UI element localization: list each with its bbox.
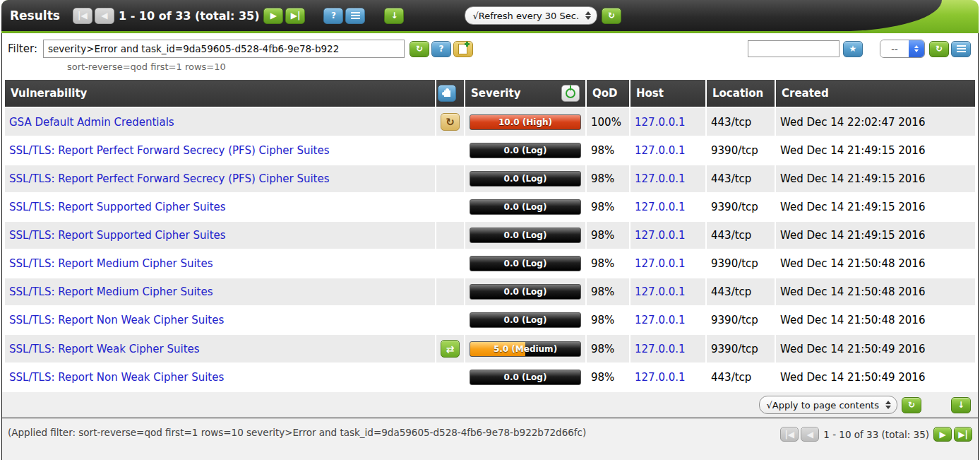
filter-new-button[interactable] [453,41,473,57]
pagination-last-button[interactable]: ▶| [285,8,305,24]
filter-label: Filter: [8,42,37,55]
list-icon [957,45,966,53]
created-value: Wed Dec 14 21:50:49 2016 [776,364,975,391]
severity-bar: 0.0 (Log) [470,370,581,385]
created-value: Wed Dec 14 22:02:47 2016 [776,108,975,136]
host-link[interactable]: 127.0.0.1 [635,343,686,355]
vulnerability-link[interactable]: SSL/TLS: Report Medium Cipher Suites [9,257,213,270]
host-link[interactable]: 127.0.0.1 [635,201,686,213]
column-header-severity[interactable]: Severity [465,80,585,107]
host-link[interactable]: 127.0.0.1 [635,229,686,242]
puzzle-icon [444,90,450,97]
last-page-icon: ▶| [291,11,301,20]
results-tbody: GSA Default Admin Credentials↻10.0 (High… [5,108,975,391]
severity-label: 0.0 (Log) [470,256,580,271]
vulnerability-link[interactable]: SSL/TLS: Report Supported Cipher Suites [9,201,226,213]
help-icon: ? [331,11,336,20]
help-icon: ? [438,45,443,53]
host-link[interactable]: 127.0.0.1 [635,314,686,326]
power-icon [566,88,575,98]
severity-bar: 0.0 (Log) [470,228,581,243]
severity-bar: 5.0 (Medium) [470,341,581,357]
location-value: 9390/tcp [707,307,775,334]
host-link[interactable]: 127.0.0.1 [635,371,686,384]
severity-bar: 0.0 (Log) [470,256,581,271]
vendorfix-icon: ↻ [441,113,460,131]
applied-filter-text: (Applied filter: sort-reverse=qod first=… [8,427,586,438]
apply-select[interactable]: √Apply to page contents [759,396,897,414]
vulnerability-link[interactable]: SSL/TLS: Report Perfect Forward Secrecy … [9,172,330,185]
location-value: 443/tcp [707,364,775,391]
refresh-icon: ↻ [936,45,943,53]
host-link[interactable]: 127.0.0.1 [635,116,686,129]
filter-help-button[interactable]: ? [431,41,451,57]
saved-filters-select[interactable]: -- [880,40,925,58]
column-header-qod[interactable]: QoD [587,80,629,107]
table-row: SSL/TLS: Report Weak Cipher Suites⇄5.0 (… [5,335,975,362]
vulnerability-link[interactable]: GSA Default Admin Credentials [9,116,174,129]
vulnerability-link[interactable]: SSL/TLS: Report Non Weak Cipher Suites [9,314,224,326]
vulnerability-link[interactable]: SSL/TLS: Report Supported Cipher Suites [9,229,226,242]
filter-bar: Filter: ↻ ? sort-reverse=qod first=1 row… [2,33,978,78]
severity-header-label: Severity [471,87,520,100]
vulnerability-link[interactable]: SSL/TLS: Report Non Weak Cipher Suites [9,371,224,384]
bulk-download-button[interactable]: ↓ [951,397,971,413]
table-row: SSL/TLS: Report Perfect Forward Secrecy … [5,165,975,192]
solution-type-button [438,85,456,102]
severity-bar: 0.0 (Log) [470,284,581,300]
created-value: Wed Dec 14 21:50:48 2016 [776,278,975,305]
pagination-count: 1 - 10 of 33 (total: 35) [119,9,260,23]
qod-value: 98% [587,278,629,305]
filter-name-input[interactable] [748,40,839,57]
location-value: 9390/tcp [707,194,775,220]
pagination-prev-button[interactable]: ◀ [95,8,114,24]
pagination-first-button[interactable]: |◀ [73,8,92,24]
column-header-location[interactable]: Location [707,80,775,107]
location-value: 443/tcp [707,278,775,305]
footer-prev-button[interactable]: ◀ [801,427,819,442]
table-row: SSL/TLS: Report Non Weak Cipher Suites0.… [5,307,975,334]
created-value: Wed Dec 14 21:49:15 2016 [776,222,975,249]
mitigate-icon: ⇄ [441,340,460,358]
table-row: SSL/TLS: Report Medium Cipher Suites0.0 … [5,278,975,305]
host-link[interactable]: 127.0.0.1 [635,285,686,298]
vulnerability-link[interactable]: SSL/TLS: Report Weak Cipher Suites [9,343,200,355]
column-header-vulnerability[interactable]: Vulnerability [5,80,435,107]
refresh-interval-select[interactable]: √Refresh every 30 Sec. [465,6,597,25]
list-button[interactable] [345,8,365,24]
help-button[interactable]: ? [323,8,343,24]
footer-first-button[interactable]: |◀ [780,427,799,442]
saved-filter-refresh-button[interactable]: ↻ [929,41,949,57]
next-page-icon: ▶ [270,11,277,20]
host-link[interactable]: 127.0.0.1 [635,257,686,270]
vulnerability-link[interactable]: SSL/TLS: Report Perfect Forward Secrecy … [9,144,330,157]
filters-list-button[interactable] [951,41,971,57]
vulnerability-link[interactable]: SSL/TLS: Report Medium Cipher Suites [9,285,213,298]
first-page-icon: |◀ [78,11,88,20]
results-page: Results |◀ ◀ 1 - 10 of 33 (total: 35) ▶ … [1,0,979,460]
star-icon: ★ [849,45,857,53]
refresh-button[interactable]: ↻ [602,8,621,24]
host-link[interactable]: 127.0.0.1 [635,172,686,185]
pagination-next-button[interactable]: ▶ [263,8,283,24]
download-button[interactable]: ↓ [384,8,404,24]
dynamic-severity-button[interactable] [561,85,580,102]
filter-update-button[interactable]: ↻ [410,41,429,57]
host-link[interactable]: 127.0.0.1 [635,144,686,157]
created-value: Wed Dec 14 21:49:15 2016 [776,137,975,164]
apply-refresh-button[interactable]: ↻ [902,397,921,413]
column-header-host[interactable]: Host [631,80,705,107]
created-value: Wed Dec 14 21:49:15 2016 [776,194,975,220]
list-icon [351,12,360,20]
severity-bar: 10.0 (High) [470,114,581,130]
save-filter-star-button[interactable]: ★ [843,41,863,57]
prev-page-icon: ◀ [807,430,813,439]
footer-last-button[interactable]: ▶| [954,427,972,442]
qod-value: 98% [587,137,629,164]
filter-input[interactable] [43,40,405,58]
footer-next-button[interactable]: ▶ [933,427,952,442]
qod-value: 98% [587,194,629,220]
column-header-created[interactable]: Created [776,80,975,107]
created-value: Wed Dec 14 21:50:48 2016 [776,250,975,277]
table-row: SSL/TLS: Report Medium Cipher Suites0.0 … [5,250,975,277]
